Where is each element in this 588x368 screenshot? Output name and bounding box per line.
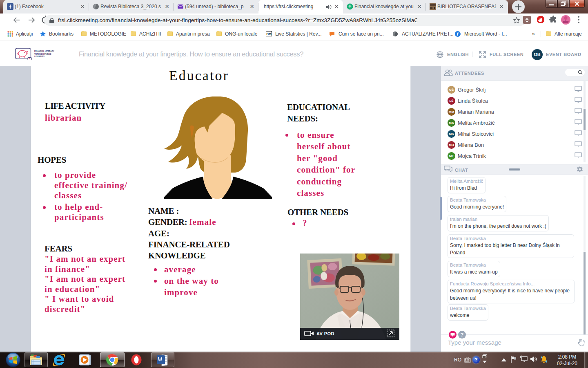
svg-text:LIBRARIES: LIBRARIES [34,56,45,58]
svg-text:THROUGH PUBLIC: THROUGH PUBLIC [34,53,51,55]
svg-text:FINANCIAL LITERACY: FINANCIAL LITERACY [34,50,54,52]
svg-text:AV POD: AV POD [316,331,334,336]
